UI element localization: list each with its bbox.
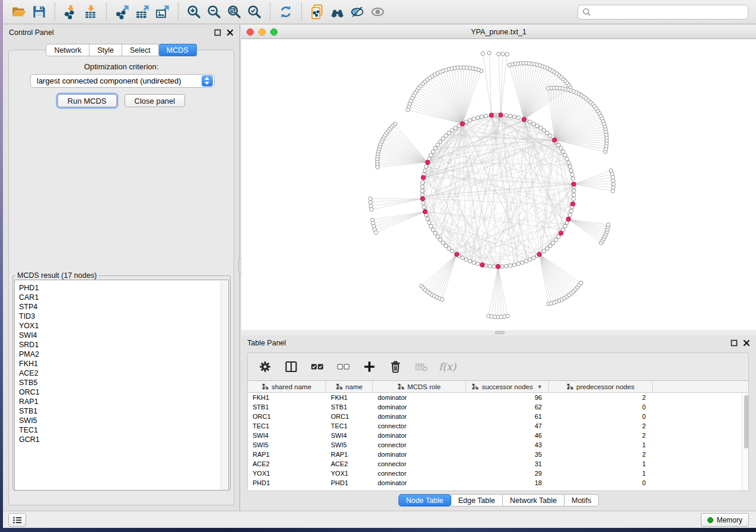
- mcds-result-item[interactable]: CAR1: [19, 293, 228, 302]
- column-header-shared-name[interactable]: shared name: [248, 381, 326, 392]
- refresh-button[interactable]: [276, 2, 296, 22]
- export-image-icon: [155, 4, 170, 20]
- close-panel-button[interactable]: Close panel: [125, 94, 186, 107]
- table-row[interactable]: FKH1FKH1dominator962: [248, 393, 749, 402]
- mcds-result-item[interactable]: YOX1: [19, 321, 228, 331]
- column-header-predecessor-nodes[interactable]: predecessor nodes: [549, 381, 653, 392]
- open-file-button[interactable]: [9, 2, 29, 22]
- mcds-result-item[interactable]: SWI4: [19, 331, 228, 340]
- horizontal-splitter[interactable]: [241, 330, 756, 335]
- import-network-button[interactable]: [60, 2, 81, 22]
- mcds-result-item[interactable]: GCR1: [19, 435, 228, 444]
- tab-network[interactable]: Network: [46, 44, 90, 56]
- table-row[interactable]: ACE2ACE2connector311: [248, 459, 749, 469]
- show-graphics-details-button[interactable]: [368, 2, 388, 22]
- save-session-button[interactable]: [29, 2, 49, 22]
- mcds-result-list: PHD1CAR1STP4TID3YOX1SWI4SRD1PMA2FKH1ACE2…: [14, 280, 229, 491]
- mcds-result-item[interactable]: RAP1: [19, 397, 228, 406]
- table-settings-button[interactable]: [256, 358, 274, 376]
- zoom-fit-button[interactable]: [224, 2, 244, 22]
- run-mcds-button[interactable]: Run MCDS: [58, 94, 117, 107]
- import-table-button[interactable]: [81, 2, 101, 22]
- export-table-button[interactable]: [132, 2, 152, 22]
- mcds-result-item[interactable]: ACE2: [19, 368, 228, 378]
- table-row[interactable]: STB1STB1dominator620: [248, 402, 749, 412]
- search-icon: [582, 8, 591, 17]
- deselect-all-button[interactable]: [334, 358, 352, 376]
- search-documents-button[interactable]: [327, 2, 347, 22]
- table-toolbar: f(x): [248, 353, 748, 380]
- tab-select[interactable]: Select: [122, 44, 159, 56]
- hide-graphics-details-button[interactable]: [347, 2, 368, 22]
- table-cell: 2: [549, 394, 653, 401]
- table-row[interactable]: SWI4SWI4dominator462: [248, 431, 749, 440]
- mcds-result-item[interactable]: STB5: [19, 378, 228, 387]
- table-cell: 47: [466, 422, 549, 430]
- table-row[interactable]: TEC1TEC1connector472: [248, 421, 749, 431]
- mcds-result-item[interactable]: TID3: [19, 312, 228, 321]
- zoom-in-button[interactable]: [184, 2, 204, 22]
- table-cell: ACE2: [326, 460, 373, 467]
- zoom-out-button[interactable]: [204, 2, 224, 22]
- table-row[interactable]: RAP1RAP1dominator352: [248, 450, 749, 459]
- export-image-button[interactable]: [152, 2, 173, 22]
- close-panel-icon[interactable]: [743, 339, 750, 347]
- tab-network-table[interactable]: Network Table: [503, 494, 564, 507]
- table-cell: connector: [373, 441, 466, 448]
- memory-button[interactable]: Memory: [701, 513, 749, 527]
- tab-mcds[interactable]: MCDS: [159, 44, 197, 56]
- network-window-titlebar[interactable]: YPA_prune.txt_1: [241, 25, 756, 39]
- table-row[interactable]: YOX1YOX1connector291: [248, 469, 749, 478]
- criterion-select[interactable]: largest connected component (undirected): [30, 74, 215, 88]
- table-cell: ORC1: [326, 413, 373, 420]
- mcds-list-scrollbar[interactable]: [221, 281, 228, 491]
- search-box[interactable]: [578, 5, 748, 20]
- column-header-successor-nodes[interactable]: successor nodes▼: [466, 381, 549, 392]
- task-history-button[interactable]: [8, 513, 26, 527]
- close-panel-icon[interactable]: [227, 29, 234, 36]
- select-all-button[interactable]: [308, 358, 326, 376]
- table-cell: 61: [466, 413, 549, 420]
- search-input[interactable]: [591, 7, 748, 18]
- network-graph[interactable]: [241, 39, 756, 330]
- tab-edge-table[interactable]: Edge Table: [451, 494, 503, 507]
- table-cell: 29: [466, 470, 549, 477]
- delete-table-icon: [414, 360, 429, 374]
- table-row[interactable]: PHD1PHD1dominator180: [248, 478, 749, 488]
- mcds-result-item[interactable]: STB1: [19, 406, 228, 416]
- table-cell: SWI4: [248, 432, 326, 439]
- mcds-result-item[interactable]: FKH1: [19, 359, 228, 368]
- export-network-button[interactable]: [112, 2, 132, 22]
- table-row[interactable]: SWI5SWI5connector431: [248, 440, 749, 450]
- mcds-result-item[interactable]: PMA2: [19, 350, 228, 359]
- tab-node-table[interactable]: Node Table: [398, 494, 451, 507]
- column-header-name[interactable]: name: [326, 381, 373, 392]
- float-panel-icon[interactable]: [731, 339, 738, 347]
- network-canvas[interactable]: [241, 39, 756, 330]
- add-button[interactable]: [361, 358, 378, 376]
- table-scrollbar[interactable]: [742, 393, 749, 491]
- table-cell: connector: [373, 470, 466, 477]
- criterion-value: largest connected component (undirected): [31, 76, 202, 85]
- tab-motifs[interactable]: Motifs: [564, 494, 599, 507]
- mcds-result-item[interactable]: PHD1: [19, 283, 228, 293]
- mcds-result-item[interactable]: SRD1: [19, 340, 228, 350]
- open-folder-icon: [11, 4, 27, 20]
- show-columns-button[interactable]: [282, 358, 300, 376]
- float-panel-icon[interactable]: [214, 29, 221, 36]
- mcds-result-item[interactable]: SWI5: [19, 416, 228, 425]
- zoom-selected-button[interactable]: [244, 2, 264, 22]
- splitter-grip[interactable]: [495, 331, 505, 334]
- table-row[interactable]: ORC1ORC1dominator610: [248, 412, 749, 421]
- tab-style[interactable]: Style: [90, 44, 122, 56]
- mcds-result-item[interactable]: STP4: [19, 302, 228, 312]
- mcds-result-item[interactable]: ORC1: [19, 387, 228, 397]
- column-header-MCDS-role[interactable]: MCDS role: [373, 381, 466, 392]
- table-cell: 62: [466, 403, 549, 411]
- network-from-document-button[interactable]: [307, 2, 327, 22]
- delete-button[interactable]: [387, 358, 404, 376]
- mcds-result-item[interactable]: TEC1: [19, 425, 228, 435]
- table-cell: dominator: [373, 451, 466, 458]
- table-cell: SWI5: [248, 441, 326, 448]
- scrollbar-thumb[interactable]: [744, 395, 749, 448]
